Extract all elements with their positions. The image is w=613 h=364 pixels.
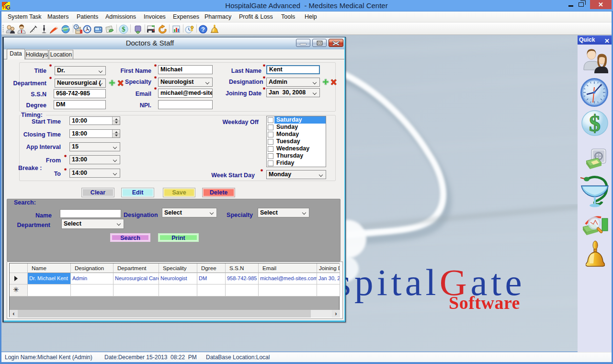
svg-text:G: G: [6, 4, 11, 11]
svg-text:$: $: [589, 111, 601, 136]
svg-text:Software: Software: [449, 293, 520, 313]
svg-text:$: $: [122, 25, 125, 33]
svg-text:?: ?: [201, 26, 205, 33]
